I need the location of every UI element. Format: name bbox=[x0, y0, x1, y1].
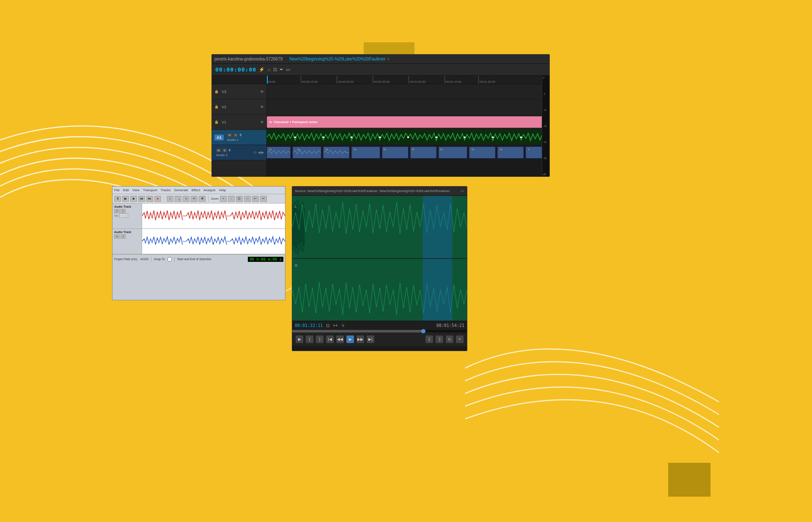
a2-mute[interactable]: M bbox=[216, 148, 221, 152]
track-eye-v3[interactable]: 👁 bbox=[260, 90, 264, 94]
transport-overwrite[interactable]: ⟧ bbox=[436, 335, 443, 343]
transport-go-in[interactable]: } bbox=[316, 335, 324, 343]
a2-next-icon[interactable]: ▶ bbox=[261, 151, 264, 154]
aud-draw-tool[interactable]: ✏ bbox=[191, 196, 198, 202]
aud-zoom-tool[interactable]: 🔍 bbox=[175, 196, 181, 202]
aud-multi-tool[interactable]: ✥ bbox=[199, 196, 206, 202]
a1-mute[interactable]: M bbox=[227, 133, 232, 137]
svg-text:L: L bbox=[528, 148, 530, 151]
blue-waveform-svg bbox=[142, 229, 285, 254]
track1-mute[interactable]: M bbox=[114, 209, 120, 213]
menu-generate[interactable]: Generate bbox=[174, 188, 188, 192]
menu-analyze[interactable]: Analyze bbox=[203, 188, 215, 192]
a1-solo[interactable]: S bbox=[233, 133, 238, 137]
undo-btn[interactable]: ↩ bbox=[252, 196, 259, 202]
a2-mic-icon[interactable]: 🎙 bbox=[228, 149, 231, 152]
aud-record-btn[interactable]: ● bbox=[154, 196, 161, 202]
lock-icon-v3[interactable]: 🔒 bbox=[214, 90, 219, 93]
aud-track-2-content[interactable] bbox=[142, 229, 285, 254]
audacity-panel: File Edit View Transport Tracks Generate… bbox=[112, 186, 285, 300]
tab-sequence[interactable]: New%20beginning%20-%20Luke%20%20Faulkner bbox=[289, 57, 385, 61]
timeline-area: 🔒 V3 👁 🔒 V2 👁 🔒 V1 👁 A1 M bbox=[212, 76, 549, 176]
src-scale-icon[interactable]: ⊡ bbox=[326, 323, 329, 328]
menu-view[interactable]: View bbox=[132, 188, 140, 192]
red-waveform-svg bbox=[142, 203, 285, 228]
transport-next-edit[interactable]: ▶| bbox=[367, 335, 374, 343]
tool-razor[interactable]: ∩ bbox=[267, 67, 271, 72]
transport-mark-in[interactable]: ▶ bbox=[296, 335, 303, 343]
aud-select-tool[interactable]: I bbox=[167, 196, 173, 202]
src-settings-icon[interactable]: ++ bbox=[333, 323, 338, 328]
a2-prev-icon[interactable]: ◀ bbox=[258, 151, 261, 154]
svg-point-8 bbox=[492, 137, 494, 138]
menu-edit[interactable]: Edit bbox=[123, 188, 129, 192]
lock-icon-v2[interactable]: 🔒 bbox=[214, 105, 219, 109]
src-timecode-right: 00:01:54:21 bbox=[436, 323, 464, 328]
v3-track-content bbox=[267, 84, 549, 99]
aud-ffwd-btn[interactable]: ⏭ bbox=[146, 196, 153, 202]
menu-transport[interactable]: Transport bbox=[143, 188, 157, 192]
track-label-v2: V2 bbox=[222, 105, 226, 109]
aud-pause-btn[interactable]: ⏸ bbox=[114, 196, 121, 202]
track-eye-v1[interactable]: 👁 bbox=[260, 120, 264, 124]
tab-file[interactable]: pexels-karolina-grabowska-5726679 bbox=[214, 57, 283, 61]
video-clip-classical[interactable]: fv Classical + Farmyard noise bbox=[267, 116, 545, 128]
aud-play-btn[interactable]: ▶ bbox=[122, 196, 129, 202]
transport-step-fwd[interactable]: ▶▶ bbox=[357, 335, 364, 343]
aud-stop-btn[interactable]: ■ bbox=[130, 196, 137, 202]
source-menu-icon[interactable]: >> bbox=[461, 189, 464, 193]
transport-mark-out[interactable]: { bbox=[306, 335, 313, 343]
gold-square-bottom bbox=[668, 463, 710, 497]
transport-prev-edit[interactable]: |◀ bbox=[326, 335, 334, 343]
menu-help[interactable]: Help bbox=[219, 188, 226, 192]
audacity-footer: Project Rate (Hz): 44100 Snap To Start a… bbox=[112, 254, 285, 264]
aud-track-1-content[interactable] bbox=[142, 203, 285, 228]
a1-mic-icon[interactable]: 🎙 bbox=[239, 134, 242, 137]
zoom-out-btn[interactable]: - bbox=[228, 196, 235, 202]
transport-insert[interactable]: ⟦ bbox=[425, 335, 433, 343]
menu-tracks[interactable]: Tracks bbox=[161, 188, 171, 192]
menu-file[interactable]: File bbox=[114, 188, 120, 192]
track1-solo[interactable]: S bbox=[121, 209, 126, 213]
progress-thumb[interactable] bbox=[421, 329, 425, 333]
source-waveform-top bbox=[292, 196, 467, 258]
track-header-v3: 🔒 V3 👁 bbox=[212, 84, 266, 99]
track-eye-v2[interactable]: 👁 bbox=[260, 105, 264, 109]
ruler-tick-2: 00:00:30:00 bbox=[337, 76, 354, 84]
track2-solo[interactable]: S bbox=[121, 234, 126, 239]
tool-selection[interactable]: ⚡ bbox=[259, 67, 265, 72]
transport-camera[interactable]: ⊙ bbox=[446, 335, 453, 343]
zoom-fit-h-btn[interactable]: ↔ bbox=[244, 196, 251, 202]
aud-track-2: Audio Track M S bbox=[112, 229, 285, 254]
a2-controls: O. ◀ ▶ bbox=[254, 151, 264, 154]
aud-envelope-tool[interactable]: ∿ bbox=[183, 196, 189, 202]
tool-text[interactable]: ▭ bbox=[286, 67, 290, 72]
channel-R-label: R bbox=[295, 264, 298, 268]
transport-step-back[interactable]: ◀◀ bbox=[336, 335, 344, 343]
a2-solo[interactable]: S bbox=[222, 148, 227, 152]
aud-rewind-btn[interactable]: ⏮ bbox=[138, 196, 145, 202]
lock-icon-v1[interactable]: 🔒 bbox=[214, 120, 219, 124]
transport-add[interactable]: + bbox=[456, 335, 464, 343]
svg-point-7 bbox=[464, 137, 465, 138]
svg-rect-18 bbox=[439, 147, 467, 158]
tool-pen[interactable]: ✒ bbox=[280, 67, 283, 72]
transport-play[interactable]: ▶ bbox=[346, 335, 354, 343]
source-progress-bar[interactable] bbox=[292, 330, 467, 332]
track2-mute[interactable]: M bbox=[114, 234, 120, 239]
snap-checkbox[interactable] bbox=[167, 257, 172, 261]
a1-track-content[interactable] bbox=[267, 130, 549, 145]
tool-slip[interactable]: ⊡ bbox=[273, 67, 277, 72]
svg-text:fa: fa bbox=[269, 148, 272, 151]
zoom-in-btn[interactable]: + bbox=[220, 196, 227, 202]
redo-btn[interactable]: ↪ bbox=[260, 196, 267, 202]
menu-effect[interactable]: Effect bbox=[192, 188, 200, 192]
zoom-fit-btn[interactable]: ⊡ bbox=[236, 196, 243, 202]
sequence-menu-icon[interactable]: ≡ bbox=[387, 57, 390, 61]
track2-name: Audio Track bbox=[114, 231, 140, 234]
a2-track-content[interactable]: fa fa fa fa fa fa fa fa fa L bbox=[267, 145, 549, 160]
ruler-tick-6: 00:01:30:00 bbox=[478, 76, 495, 84]
clip-title: Classical + Farmyard noise bbox=[274, 120, 317, 124]
v1-track-content[interactable]: fv Classical + Farmyard noise bbox=[267, 115, 549, 130]
source-monitor: Source: New%20beginning%20-%20Luke%20Fau… bbox=[292, 186, 467, 351]
